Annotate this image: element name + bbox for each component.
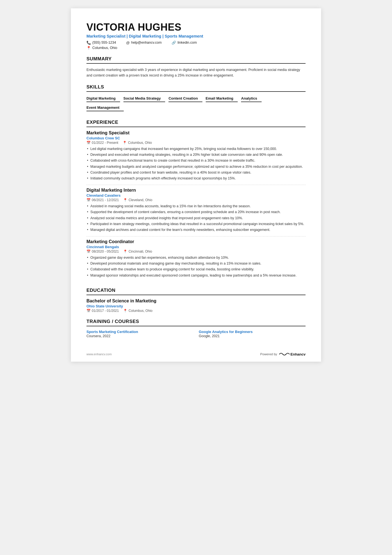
- summary-text: Enthusiastic marketing specialist with 3…: [86, 67, 306, 78]
- jobs-container: Marketing SpecialistColumbus Crew SC 📅 0…: [86, 130, 306, 282]
- job-bullets: Organized game day events and fan experi…: [86, 255, 306, 278]
- training-org: Coursera, 2022: [86, 334, 193, 338]
- bullet-item: Analyzed social media metrics and provid…: [86, 216, 306, 221]
- location-icon: 📍: [86, 46, 91, 50]
- calendar-icon: 📅: [86, 250, 91, 253]
- pin-icon: 📍: [123, 141, 127, 145]
- company-name: Columbus Crew SC: [86, 136, 306, 140]
- skill-item: Analytics: [241, 95, 262, 102]
- edu-degree: Bachelor of Science in Marketing: [86, 299, 306, 304]
- company-name: Cincinnati Bengals: [86, 245, 306, 249]
- bullet-item: Collaborated with cross-functional teams…: [86, 158, 306, 163]
- bullet-item: Led digital marketing campaigns that inc…: [86, 146, 306, 152]
- education-entry: Bachelor of Science in Marketing Ohio St…: [86, 299, 306, 313]
- calendar-icon: 📅: [86, 198, 91, 202]
- email-icon: @: [126, 41, 130, 45]
- training-name: Google Analytics for Beginners: [199, 330, 306, 334]
- enhancv-logo-svg: [279, 352, 290, 357]
- job-title: Marketing Specialist: [86, 130, 306, 135]
- resume-page: VICTORIA HUGHES Marketing Specialist | D…: [71, 8, 321, 362]
- location-value: Columbus, Ohio: [92, 46, 117, 50]
- job-dates: 📅 01/2022 - Present: [86, 141, 118, 145]
- bullet-item: Coordinated player profiles and content …: [86, 170, 306, 175]
- edu-dates: 📅 01/2017 - 01/2021: [86, 309, 119, 313]
- education-title: EDUCATION: [86, 288, 306, 295]
- location-value: Cincinnati, Ohio: [128, 250, 152, 253]
- training-item: Google Analytics for Beginners Google, 2…: [199, 330, 306, 338]
- skill-item: Social Media Strategy: [123, 95, 165, 102]
- location-contact: 📍 Columbus, Ohio: [86, 46, 306, 50]
- bullet-item: Initiated community outreach programs wh…: [86, 176, 306, 181]
- footer-website: www.enhancv.com: [86, 352, 112, 356]
- edu-container: Bachelor of Science in Marketing Ohio St…: [86, 299, 306, 313]
- enhancv-logo: Enhancv: [279, 352, 306, 357]
- phone-contact: 📞 (555) 555-1234: [86, 41, 116, 45]
- dates-value: 01/2022 - Present: [92, 141, 118, 145]
- job-meta: 📅 01/2022 - Present 📍 Columbus, Ohio: [86, 141, 306, 145]
- company-name: Cleveland Cavaliers: [86, 193, 306, 198]
- summary-section: SUMMARY Enthusiastic marketing specialis…: [86, 56, 306, 78]
- job-title: Marketing Coordinator: [86, 239, 306, 244]
- contact-row: 📞 (555) 555-1234 @ help@enhancv.com 🔗 li…: [86, 41, 306, 45]
- summary-title: SUMMARY: [86, 56, 306, 64]
- location-value: Columbus, Ohio: [128, 141, 152, 145]
- bullet-item: Organized game day events and fan experi…: [86, 255, 306, 260]
- training-section: TRAINING / COURSES Sports Marketing Cert…: [86, 319, 306, 338]
- phone-value: (555) 555-1234: [92, 41, 116, 45]
- skills-title: SKILLS: [86, 84, 306, 92]
- training-name: Sports Marketing Certification: [86, 330, 193, 334]
- location-value: Cleveland, Ohio: [128, 198, 152, 202]
- bullet-item: Supported the development of content cal…: [86, 209, 306, 215]
- education-section: EDUCATION Bachelor of Science in Marketi…: [86, 288, 306, 313]
- bullet-item: Participated in team strategy meetings, …: [86, 221, 306, 227]
- experience-entry: Marketing SpecialistColumbus Crew SC 📅 0…: [86, 130, 306, 185]
- job-bullets: Assisted in managing social media accoun…: [86, 204, 306, 233]
- experience-title: EXPERIENCE: [86, 120, 306, 127]
- calendar-icon: 📅: [86, 309, 91, 313]
- bullet-item: Managed marketing budgets and analyzed c…: [86, 164, 306, 169]
- experience-entry: Digital Marketing InternCleveland Cavali…: [86, 188, 306, 236]
- skill-item: Email Marketing: [206, 95, 238, 102]
- powered-by-text: Powered by: [260, 352, 277, 356]
- pin-icon: 📍: [123, 250, 127, 253]
- calendar-icon: 📅: [86, 141, 91, 145]
- skill-item: Content Creation: [168, 95, 202, 102]
- experience-entry: Marketing CoordinatorCincinnati Bengals …: [86, 239, 306, 282]
- job-location: 📍 Cleveland, Ohio: [123, 198, 152, 202]
- edu-school: Ohio State University: [86, 304, 306, 308]
- bullet-item: Developed promotional materials and mana…: [86, 261, 306, 266]
- link-icon: 🔗: [172, 41, 176, 45]
- brand-name: Enhancv: [291, 352, 306, 356]
- job-location: 📍 Cincinnati, Ohio: [123, 250, 152, 253]
- candidate-title: Marketing Specialist | Digital Marketing…: [86, 34, 306, 38]
- training-grid: Sports Marketing Certification Coursera,…: [86, 330, 306, 338]
- edu-location-value: Columbus, Ohio: [128, 309, 152, 313]
- bullet-item: Assisted in managing social media accoun…: [86, 204, 306, 209]
- experience-section: EXPERIENCE Marketing SpecialistColumbus …: [86, 120, 306, 282]
- job-dates: 📅 08/2020 - 05/2021: [86, 250, 119, 253]
- job-meta: 📅 06/2021 - 12/2021 📍 Cleveland, Ohio: [86, 198, 306, 202]
- job-meta: 📅 08/2020 - 05/2021 📍 Cincinnati, Ohio: [86, 250, 306, 253]
- bullet-item: Managed sponsor relationships and execut…: [86, 273, 306, 278]
- bullet-item: Managed digital archives and curated con…: [86, 227, 306, 233]
- linkedin-contact: 🔗 linkedin.com: [172, 41, 197, 45]
- pin-icon: 📍: [123, 198, 127, 202]
- job-location: 📍 Columbus, Ohio: [123, 141, 152, 145]
- phone-icon: 📞: [86, 41, 91, 45]
- job-title: Digital Marketing Intern: [86, 188, 306, 193]
- bullet-item: Developed and executed email marketing s…: [86, 152, 306, 157]
- email-value: help@enhancv.com: [131, 41, 162, 45]
- linkedin-value: linkedin.com: [177, 41, 197, 45]
- resume-footer: www.enhancv.com Powered by Enhancv: [86, 352, 306, 357]
- bullet-item: Collaborated with the creative team to p…: [86, 267, 306, 272]
- edu-dates-value: 01/2017 - 01/2021: [92, 309, 119, 313]
- edu-meta: 📅 01/2017 - 01/2021 📍 Columbus, Ohio: [86, 309, 306, 313]
- skills-list: Digital MarketingSocial Media StrategyCo…: [86, 95, 306, 114]
- footer-brand: Powered by Enhancv: [260, 352, 306, 357]
- training-org: Google, 2021: [199, 334, 306, 338]
- pin-icon: 📍: [123, 309, 127, 313]
- training-item: Sports Marketing Certification Coursera,…: [86, 330, 193, 338]
- dates-value: 06/2021 - 12/2021: [92, 198, 119, 202]
- candidate-name: VICTORIA HUGHES: [86, 22, 306, 33]
- job-dates: 📅 06/2021 - 12/2021: [86, 198, 119, 202]
